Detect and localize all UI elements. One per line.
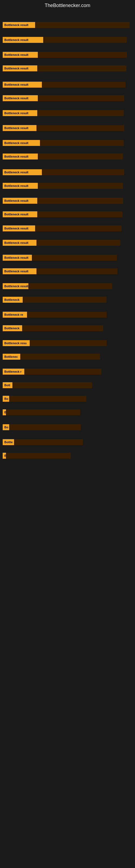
bar-item: Bottleneck resu bbox=[3, 340, 107, 346]
bar-label: Bottleneck result bbox=[3, 154, 38, 159]
bar-extension bbox=[32, 255, 117, 261]
bar-label: Bottleneck result bbox=[3, 125, 37, 131]
bar-label: Bottleneck result bbox=[3, 225, 35, 231]
bar-extension bbox=[37, 268, 118, 274]
bar-label: Bottleneck re bbox=[3, 312, 27, 318]
bar-extension bbox=[38, 183, 123, 189]
bar-label: Bottleneck result bbox=[3, 169, 42, 175]
bar-label: Bottleneck result bbox=[3, 22, 35, 28]
bar-label: Bottleneck r bbox=[3, 369, 24, 375]
bar-label: B bbox=[3, 453, 6, 459]
bar-extension bbox=[37, 110, 124, 116]
bar-item: Bottleneck bbox=[3, 297, 106, 303]
bar-extension bbox=[38, 154, 123, 159]
bar-item: Bottleneck result bbox=[3, 37, 127, 43]
bar-extension bbox=[35, 22, 130, 28]
bar-label: Bottleneck result bbox=[3, 211, 37, 217]
bar-extension bbox=[22, 325, 103, 331]
bar-item: Bottle bbox=[3, 439, 83, 445]
bar-item: Bo bbox=[3, 396, 86, 402]
bar-label: Bottleneck result bbox=[3, 110, 37, 116]
bar-label: Bo bbox=[3, 396, 9, 402]
bar-label: Bottleneck result bbox=[3, 183, 38, 189]
bar-item: Bottleneck result bbox=[3, 82, 126, 88]
bar-extension bbox=[23, 297, 106, 303]
site-title: TheBottlenecker.com bbox=[0, 0, 135, 12]
bar-extension bbox=[9, 424, 81, 430]
bar-item: Bottleneck result bbox=[3, 169, 124, 175]
bar-extension bbox=[28, 283, 112, 289]
bar-label: Bottleneck result bbox=[3, 240, 37, 246]
bar-item: Bottleneck result bbox=[3, 183, 123, 189]
bar-label: Bottleneck result bbox=[3, 65, 37, 71]
bar-item: Bottleneck result bbox=[3, 52, 127, 58]
bar-extension bbox=[14, 439, 83, 445]
bar-item: Bottleneck result bbox=[3, 225, 122, 231]
bar-label: Bo bbox=[3, 424, 9, 430]
bar-item: Bottleneck result bbox=[3, 65, 126, 71]
bar-label: Bottleneck resu bbox=[3, 340, 30, 346]
bar-item: Bottleneck result bbox=[3, 22, 130, 28]
bar-item: Bottlenec bbox=[3, 354, 100, 360]
bar-item: Bottleneck result bbox=[3, 240, 120, 246]
bar-extension bbox=[12, 382, 92, 388]
bar-item: Bottleneck result bbox=[3, 198, 123, 204]
bar-item: Bott bbox=[3, 382, 92, 388]
bar-extension bbox=[42, 169, 124, 175]
bar-label: Bottleneck result bbox=[3, 37, 43, 43]
bar-item: Bottleneck bbox=[3, 325, 103, 331]
bar-label: Bottleneck result bbox=[3, 268, 37, 274]
bar-item: Bottleneck result bbox=[3, 125, 124, 131]
bar-extension bbox=[37, 240, 120, 246]
bar-extension bbox=[35, 225, 122, 231]
bar-label: B bbox=[3, 409, 6, 415]
bar-label: Bottleneck result bbox=[3, 82, 42, 88]
bar-item: B bbox=[3, 409, 80, 415]
bar-label: Bottle bbox=[3, 439, 14, 445]
bar-extension bbox=[38, 95, 124, 101]
bar-extension bbox=[42, 82, 126, 88]
bar-label: Bottleneck result bbox=[3, 95, 38, 101]
bar-label: Bottleneck bbox=[3, 297, 23, 303]
chart-area: Bottleneck resultBottleneck resultBottle… bbox=[0, 12, 135, 867]
bar-label: Bottleneck bbox=[3, 325, 22, 331]
bar-item: Bottleneck result bbox=[3, 95, 124, 101]
bar-extension bbox=[9, 396, 86, 402]
bar-extension bbox=[6, 409, 80, 415]
bar-extension bbox=[24, 369, 101, 375]
bar-extension bbox=[30, 340, 107, 346]
bar-extension bbox=[20, 354, 100, 360]
bar-item: Bottleneck result bbox=[3, 268, 118, 274]
bar-extension bbox=[6, 453, 71, 459]
bar-label: Bottleneck result bbox=[3, 52, 38, 58]
bar-item: Bottleneck result bbox=[3, 283, 112, 289]
bar-extension bbox=[40, 140, 124, 146]
bar-extension bbox=[37, 125, 124, 131]
bar-label: Bottleneck result bbox=[3, 255, 32, 261]
bar-item: Bottleneck result bbox=[3, 154, 123, 159]
bar-label: Bottleneck result bbox=[3, 283, 28, 289]
bar-extension bbox=[43, 37, 127, 43]
bar-item: B bbox=[3, 453, 71, 459]
bar-item: Bottleneck result bbox=[3, 211, 122, 217]
bar-item: Bottleneck result bbox=[3, 255, 117, 261]
bar-extension bbox=[27, 312, 107, 318]
bar-item: Bottleneck result bbox=[3, 140, 124, 146]
bar-label: Bottleneck result bbox=[3, 140, 40, 146]
bar-extension bbox=[37, 65, 126, 71]
bar-item: Bottleneck r bbox=[3, 369, 101, 375]
bar-extension bbox=[37, 198, 123, 204]
bar-item: Bottleneck re bbox=[3, 312, 107, 318]
bar-label: Bottleneck result bbox=[3, 198, 37, 204]
bar-label: Bott bbox=[3, 382, 12, 388]
bar-extension bbox=[37, 211, 122, 217]
bar-item: Bo bbox=[3, 424, 81, 430]
bar-label: Bottlenec bbox=[3, 354, 20, 360]
bar-extension bbox=[38, 52, 127, 58]
bar-item: Bottleneck result bbox=[3, 110, 124, 116]
